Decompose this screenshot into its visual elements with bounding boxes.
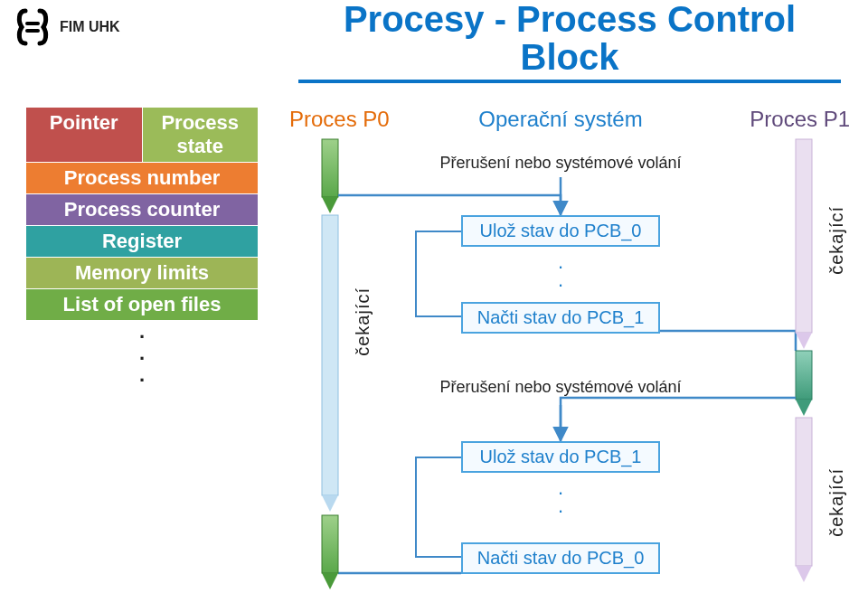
svg-marker-3: [322, 197, 338, 213]
svg-rect-2: [322, 139, 338, 197]
svg-rect-10: [796, 418, 812, 566]
logo: FIM UHK: [13, 7, 120, 47]
svg-marker-9: [796, 400, 812, 416]
interrupt-label-2: Přerušení nebo systémové volání: [434, 378, 687, 397]
pcb-register: Register: [26, 226, 258, 257]
pcb-table: Pointer Process state Process number Pro…: [25, 107, 259, 387]
svg-marker-5: [322, 495, 338, 512]
svg-rect-4: [322, 215, 338, 495]
svg-marker-7: [796, 333, 812, 349]
logo-text: FIM UHK: [60, 19, 120, 35]
logo-icon: [13, 7, 52, 47]
os-dots-2: . .: [461, 479, 660, 515]
step-load-pcb0: Načti stav do PCB_0: [461, 542, 660, 574]
svg-marker-11: [796, 566, 812, 582]
svg-rect-12: [322, 515, 338, 573]
pcb-number: Process number: [26, 163, 258, 193]
svg-rect-8: [796, 351, 812, 400]
pcb-dots: . . .: [25, 321, 259, 387]
pcb-pointer: Pointer: [26, 108, 143, 162]
waiting-p1-upper: čekající: [826, 206, 847, 275]
step-load-pcb1: Načti stav do PCB_1: [461, 302, 660, 334]
svg-rect-6: [796, 139, 812, 333]
pcb-files: List of open files: [26, 289, 258, 320]
step-save-pcb0: Ulož stav do PCB_0: [461, 215, 660, 247]
waiting-p0: čekající: [353, 287, 373, 356]
svg-marker-13: [322, 573, 338, 589]
os-dots-1: . .: [461, 253, 660, 289]
pcb-counter: Process counter: [26, 194, 258, 225]
page-title: Procesy - Process Control Block: [298, 0, 841, 89]
interrupt-label-1: Přerušení nebo systémové volání: [434, 154, 687, 173]
context-switch-diagram: Proces P0 Operační systém Proces P1: [289, 107, 850, 586]
pcb-memory: Memory limits: [26, 258, 258, 288]
step-save-pcb1: Ulož stav do PCB_1: [461, 441, 660, 473]
pcb-state: Process state: [143, 108, 259, 162]
waiting-p1-lower: čekající: [826, 468, 847, 537]
